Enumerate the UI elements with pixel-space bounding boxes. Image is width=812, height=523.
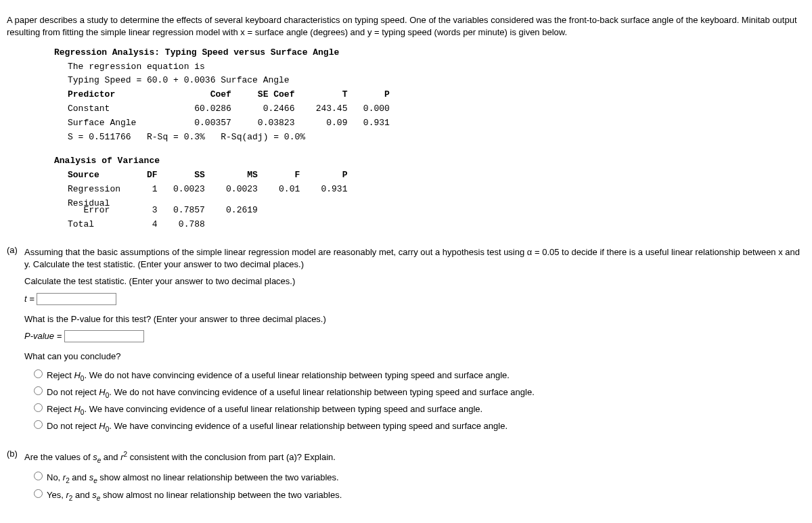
- predictor-header: Predictor Coef SE Coef T P: [68, 88, 805, 102]
- t-input[interactable]: [37, 293, 116, 305]
- anova-residual-row: Error 3 0.7857 0.2619: [68, 204, 805, 218]
- part-b-label: (b): [7, 448, 24, 505]
- t-input-row: t =: [24, 293, 805, 305]
- part-b-q1: Are the values of se and r2 consistent w…: [24, 450, 805, 465]
- part-a-radio-4[interactable]: [34, 420, 43, 429]
- part-b-option-1: No, r2 and se show almost no linear rela…: [34, 470, 805, 485]
- pvalue-label: P-value =: [24, 331, 64, 341]
- anova-title: Analysis of Variance: [54, 155, 805, 167]
- part-b-radio-1[interactable]: [34, 472, 43, 480]
- intro-text: A paper describes a study to determine t…: [7, 14, 805, 38]
- part-a-option-3-text: Reject H0. We have convincing evidence o…: [47, 403, 482, 417]
- part-a-option-3: Reject H0. We have convincing evidence o…: [34, 402, 805, 417]
- anova-header: Source DF SS MS F P: [68, 168, 805, 183]
- eq-line1: The regression equation is: [68, 60, 805, 74]
- anova-regression-row: Regression 1 0.0023 0.0023 0.01 0.931: [68, 183, 805, 197]
- pvalue-input[interactable]: [64, 330, 144, 342]
- part-a-option-1-text: Reject H0. We do not have convincing evi…: [47, 369, 510, 383]
- s-rsq-line: S = 0.511766 R-Sq = 0.3% R-Sq(adj) = 0.0…: [68, 131, 805, 145]
- part-a-q1: Assuming that the basic assumptions of t…: [24, 246, 805, 270]
- part-a-radio-3[interactable]: [34, 403, 43, 412]
- part-b-option-1-text: No, r2 and se show almost no linear rela…: [47, 472, 339, 485]
- part-a-q4: What can you conclude?: [24, 350, 805, 363]
- regression-title: Regression Analysis: Typing Speed versus…: [54, 47, 805, 59]
- part-a-label: (a): [7, 244, 24, 436]
- anova-total-row: Total 4 0.788: [68, 218, 805, 232]
- part-b-radio-2[interactable]: [34, 489, 43, 498]
- part-a-option-4-text: Do not reject H0. We have convincing evi…: [47, 420, 508, 434]
- part-a-q3: What is the P-value for this test? (Ente…: [24, 313, 805, 325]
- part-a-option-2: Do not reject H0. We do not have convinc…: [34, 385, 805, 400]
- part-b-option-2-text: Yes, r2 and se show almost no linear rel…: [47, 489, 342, 503]
- part-a-option-2-text: Do not reject H0. We do not have convinc…: [47, 386, 535, 400]
- part-a-option-4: Do not reject H0. We have convincing evi…: [34, 419, 805, 434]
- part-a-option-1: Reject H0. We do not have convincing evi…: [34, 368, 805, 383]
- part-a-q2: Calculate the test statistic. (Enter you…: [24, 275, 805, 288]
- eq-line2: Typing Speed = 60.0 + 0.0036 Surface Ang…: [68, 74, 805, 88]
- part-b-option-2: Yes, r2 and se show almost no linear rel…: [34, 488, 805, 503]
- predictor-row-constant: Constant 60.0286 0.2466 243.45 0.000: [68, 102, 805, 116]
- pvalue-input-row: P-value =: [24, 330, 805, 342]
- part-a-radio-2[interactable]: [34, 386, 43, 395]
- t-label: t =: [24, 294, 37, 304]
- part-a-radio-1[interactable]: [34, 369, 43, 378]
- predictor-row-surface-angle: Surface Angle 0.00357 0.03823 0.09 0.931: [68, 116, 805, 131]
